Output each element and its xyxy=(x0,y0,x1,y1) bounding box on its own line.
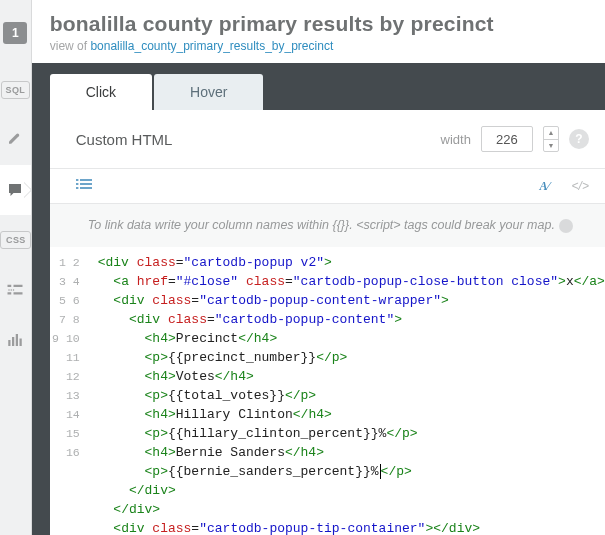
infowindow-panel: Click Hover Custom HTML width ▲ ▼ ? xyxy=(32,63,605,535)
svg-rect-1 xyxy=(14,285,23,287)
svg-point-5 xyxy=(11,289,13,291)
svg-rect-9 xyxy=(16,334,18,346)
svg-rect-8 xyxy=(12,337,14,346)
legend-icon xyxy=(6,283,24,297)
svg-rect-13 xyxy=(76,183,78,185)
svg-point-6 xyxy=(13,289,15,291)
width-group: width ▲ ▼ ? xyxy=(441,126,589,152)
svg-rect-3 xyxy=(14,292,23,294)
svg-rect-14 xyxy=(80,183,92,185)
code-body[interactable]: <div class="cartodb-popup v2"> <a href="… xyxy=(92,247,605,535)
sidebar-item-wizard[interactable] xyxy=(0,115,31,165)
options-row: Custom HTML width ▲ ▼ ? xyxy=(50,110,605,168)
sidebar-item-filters[interactable] xyxy=(0,315,31,365)
svg-rect-16 xyxy=(80,187,92,189)
columns-icon[interactable] xyxy=(76,177,92,195)
panel-body: Custom HTML width ▲ ▼ ? xyxy=(50,110,605,535)
svg-rect-15 xyxy=(76,187,78,189)
svg-point-4 xyxy=(9,289,11,291)
stepper-up-icon[interactable]: ▲ xyxy=(544,127,558,140)
svg-rect-7 xyxy=(9,340,11,346)
svg-rect-0 xyxy=(8,285,12,287)
editor-hint: To link data write your column names wit… xyxy=(50,204,605,247)
hint-dot-icon xyxy=(559,219,573,233)
main: bonalilla county primary results by prec… xyxy=(32,0,605,535)
stepper-down-icon[interactable]: ▼ xyxy=(544,140,558,152)
svg-rect-12 xyxy=(80,179,92,181)
font-size-icon[interactable]: A⁄ xyxy=(540,179,550,194)
sql-icon: SQL xyxy=(1,81,31,99)
view-table-link[interactable]: bonalilla_county_primary_results_by_prec… xyxy=(90,39,333,53)
template-name: Custom HTML xyxy=(76,131,173,148)
sidebar-item-legends[interactable] xyxy=(0,265,31,315)
width-stepper[interactable]: ▲ ▼ xyxy=(543,126,559,152)
sidebar: 1 SQL CSS xyxy=(0,0,32,535)
view-prefix: view of xyxy=(50,39,87,53)
brush-icon xyxy=(6,131,24,149)
raw-html-icon[interactable]: </> xyxy=(572,179,589,193)
tabs: Click Hover xyxy=(50,74,605,110)
speech-bubble-icon xyxy=(6,181,24,199)
svg-rect-10 xyxy=(20,339,22,347)
page-subtitle: view of bonalilla_county_primary_results… xyxy=(50,39,593,53)
header: bonalilla county primary results by prec… xyxy=(32,0,605,63)
page-title: bonalilla county primary results by prec… xyxy=(50,12,593,36)
tab-hover[interactable]: Hover xyxy=(154,74,263,110)
width-input[interactable] xyxy=(481,126,533,152)
svg-rect-11 xyxy=(76,179,78,181)
sidebar-item-infowindow[interactable] xyxy=(0,165,31,215)
bars-icon xyxy=(6,332,24,348)
sidebar-item-layer[interactable]: 1 xyxy=(0,8,31,58)
help-icon[interactable]: ? xyxy=(569,129,589,149)
css-icon: CSS xyxy=(0,231,31,249)
code-editor[interactable]: 1 2 3 4 5 6 7 8 9 10 11 12 13 14 15 16 <… xyxy=(50,247,605,535)
width-label: width xyxy=(441,132,471,147)
layer-number-badge: 1 xyxy=(3,22,27,44)
sidebar-item-css[interactable]: CSS xyxy=(0,215,31,265)
svg-rect-2 xyxy=(8,292,12,294)
editor-toolbar: A⁄ </> xyxy=(50,168,605,204)
sidebar-item-sql[interactable]: SQL xyxy=(0,65,31,115)
tab-click[interactable]: Click xyxy=(50,74,152,110)
line-gutter: 1 2 3 4 5 6 7 8 9 10 11 12 13 14 15 16 xyxy=(50,247,92,535)
